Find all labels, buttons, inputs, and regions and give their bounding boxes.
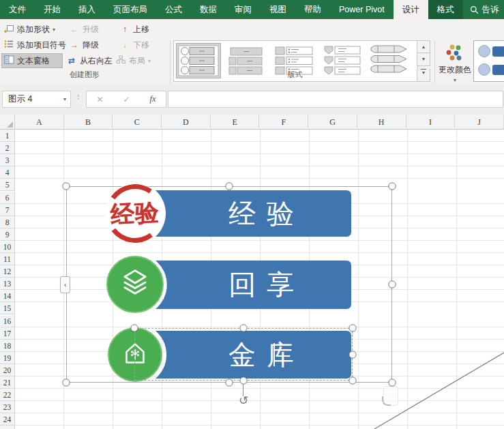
selection-handle[interactable]	[226, 379, 233, 387]
selected-shape-outline[interactable]	[134, 328, 353, 381]
smartart-banner-2[interactable]: 回享	[134, 259, 353, 310]
selection-handle[interactable]	[389, 183, 396, 190]
selection-handle[interactable]	[349, 325, 357, 332]
layers-icon	[117, 265, 153, 304]
selection-handle[interactable]	[240, 325, 248, 332]
rotate-handle-icon[interactable]: ↺	[237, 394, 250, 408]
smartart-item-label: 回享	[134, 259, 353, 310]
selection-handle[interactable]	[131, 325, 138, 332]
layers-circle[interactable]	[106, 256, 164, 313]
selection-handle[interactable]	[349, 377, 357, 385]
drawing-overlay: 经验经验回享金库 ‹ ↺	[0, 0, 504, 429]
selection-handle[interactable]	[226, 183, 233, 190]
selection-handle[interactable]	[63, 183, 70, 190]
smartart-banner-1[interactable]: 经验	[134, 189, 353, 238]
selection-handle[interactable]	[389, 379, 396, 387]
selection-handle[interactable]	[349, 351, 357, 359]
excel-window: 文件开始插入页面布局公式数据审阅视图帮助Power Pivot设计格式 告诉 添…	[0, 0, 504, 429]
stamp-icon[interactable]: 经验	[105, 183, 165, 243]
selection-handle[interactable]	[389, 281, 396, 289]
selection-handle[interactable]	[63, 379, 70, 387]
stamp-text: 经验	[110, 196, 160, 231]
selection-handle[interactable]	[240, 377, 248, 385]
text-pane-chevron-button[interactable]: ‹	[60, 276, 70, 293]
smartart-item-label: 经验	[134, 189, 353, 238]
text-cursor	[273, 343, 275, 366]
